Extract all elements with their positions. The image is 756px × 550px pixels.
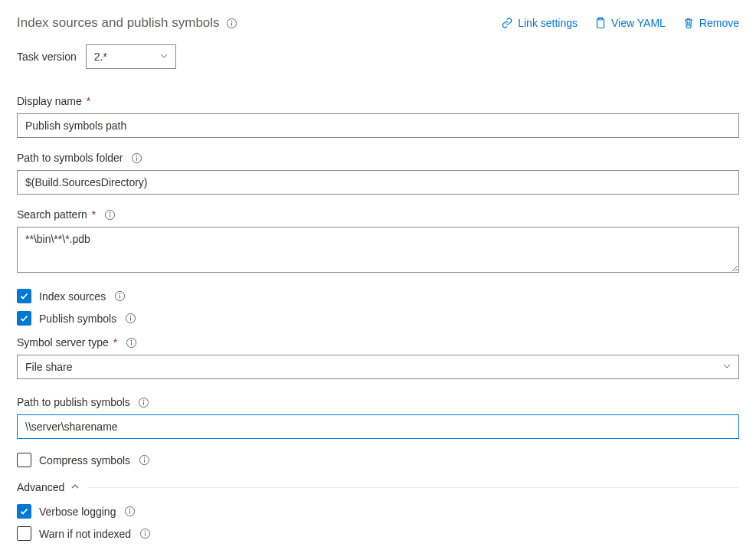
svg-point-21 (131, 339, 132, 340)
warn-not-indexed-checkbox[interactable] (17, 526, 31, 541)
path-symbols-folder-label: Path to symbols folder (17, 152, 739, 164)
symbol-server-type-label: Symbol server type * (17, 336, 739, 349)
display-name-label: Display name * (17, 95, 739, 107)
clipboard-icon (594, 17, 607, 29)
svg-point-2 (231, 20, 232, 21)
advanced-title: Advanced (17, 481, 64, 493)
divider (89, 487, 739, 488)
search-pattern-group: Search pattern * (17, 208, 739, 275)
symbol-server-type-group: Symbol server type * File share (17, 336, 739, 379)
task-version-row: Task version 2.* (17, 44, 739, 69)
task-version-select[interactable]: 2.* (86, 44, 176, 69)
view-yaml-button[interactable]: View YAML (594, 17, 666, 29)
warn-not-indexed-row: Warn if not indexed (17, 526, 739, 541)
link-settings-button[interactable]: Link settings (501, 17, 578, 29)
display-name-input[interactable] (17, 113, 739, 138)
info-icon[interactable] (139, 528, 151, 540)
svg-point-30 (129, 509, 130, 509)
chevron-up-icon (70, 481, 80, 493)
header-actions: Link settings View YAML Remove (501, 17, 739, 29)
info-icon[interactable] (138, 396, 150, 408)
index-sources-checkbox[interactable] (17, 289, 31, 303)
path-publish-symbols-input[interactable] (17, 414, 739, 439)
page-title: Index sources and publish symbols (17, 15, 238, 31)
link-settings-label: Link settings (518, 17, 578, 29)
view-yaml-label: View YAML (611, 17, 666, 29)
info-icon[interactable] (226, 17, 238, 29)
publish-symbols-row: Publish symbols (17, 311, 739, 326)
advanced-section-header[interactable]: Advanced (17, 481, 739, 493)
header: Index sources and publish symbols Link s… (17, 15, 739, 31)
path-publish-symbols-group: Path to publish symbols (17, 396, 739, 439)
publish-symbols-label: Publish symbols (39, 313, 116, 325)
svg-point-24 (143, 399, 144, 400)
required-marker: * (83, 95, 90, 107)
symbol-server-type-select[interactable]: File share (17, 355, 739, 379)
task-version-label: Task version (17, 51, 77, 63)
required-marker: * (110, 336, 117, 349)
warn-not-indexed-label: Warn if not indexed (39, 528, 131, 540)
remove-label: Remove (699, 17, 739, 29)
required-marker: * (89, 208, 96, 221)
svg-point-27 (144, 457, 145, 458)
svg-point-12 (110, 211, 110, 212)
symbol-server-type-select-wrapper: File share (17, 355, 739, 379)
compress-symbols-label: Compress symbols (39, 454, 130, 467)
index-sources-label: Index sources (39, 290, 106, 303)
path-symbols-folder-input[interactable] (17, 170, 739, 195)
info-icon[interactable] (138, 454, 150, 467)
info-icon[interactable] (103, 208, 116, 221)
info-icon[interactable] (125, 336, 137, 349)
display-name-group: Display name * (17, 95, 739, 138)
svg-point-15 (119, 293, 120, 294)
info-icon[interactable] (123, 506, 136, 518)
search-pattern-label: Search pattern * (17, 208, 739, 221)
compress-symbols-row: Compress symbols (17, 453, 739, 467)
verbose-logging-label: Verbose logging (39, 506, 116, 518)
compress-symbols-checkbox[interactable] (17, 453, 31, 467)
svg-point-9 (136, 155, 137, 156)
svg-point-33 (145, 531, 146, 532)
search-pattern-input[interactable] (17, 227, 739, 273)
info-icon[interactable] (124, 313, 136, 325)
verbose-logging-checkbox[interactable] (17, 504, 31, 519)
path-symbols-folder-group: Path to symbols folder (17, 152, 739, 195)
verbose-logging-row: Verbose logging (17, 504, 739, 519)
info-icon[interactable] (113, 290, 126, 303)
trash-icon (682, 17, 695, 29)
index-sources-row: Index sources (17, 289, 739, 303)
task-version-select-wrapper: 2.* (86, 44, 176, 69)
path-publish-symbols-label: Path to publish symbols (17, 396, 739, 408)
page-title-text: Index sources and publish symbols (17, 15, 220, 31)
info-icon[interactable] (131, 152, 143, 164)
publish-symbols-checkbox[interactable] (17, 311, 31, 326)
link-icon (501, 17, 513, 29)
svg-point-18 (130, 316, 131, 316)
remove-button[interactable]: Remove (682, 17, 739, 29)
